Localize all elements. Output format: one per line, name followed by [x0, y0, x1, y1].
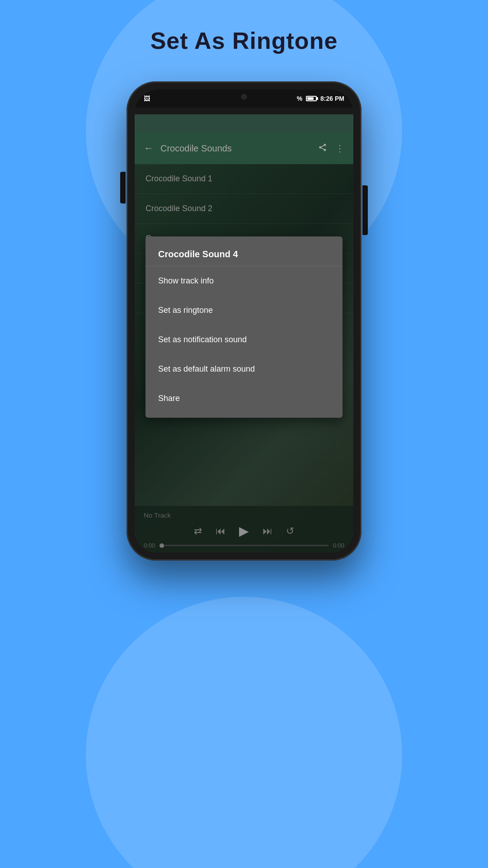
context-show-track-info[interactable]: Show track info — [145, 266, 343, 296]
battery-icon — [306, 96, 317, 101]
status-time: 8:26 PM — [320, 95, 344, 102]
context-set-ringtone[interactable]: Set as ringtone — [145, 296, 343, 325]
app-bar-title: Crocodile Sounds — [160, 143, 311, 154]
battery-body — [306, 96, 317, 101]
app-bar: ← Crocodile Sounds ⋮ — [135, 132, 353, 164]
share-icon[interactable] — [318, 143, 327, 154]
phone-outer: 🖼 % 8:26 PM ← Crocodi — [127, 81, 361, 561]
context-menu-title: Crocodile Sound 4 — [145, 241, 343, 266]
context-set-alarm[interactable]: Set as default alarm sound — [145, 354, 343, 384]
bg-circle-bottom — [86, 597, 402, 868]
more-icon[interactable]: ⋮ — [335, 143, 344, 154]
phone-inner: 🖼 % 8:26 PM ← Crocodi — [135, 90, 353, 552]
context-set-notification[interactable]: Set as notification sound — [145, 325, 343, 354]
phone-wrapper: 🖼 % 8:26 PM ← Crocodi — [127, 81, 361, 561]
image-icon: 🖼 — [144, 95, 150, 102]
context-share[interactable]: Share — [145, 384, 343, 413]
status-left: 🖼 — [144, 95, 150, 102]
back-button[interactable]: ← — [144, 142, 154, 154]
battery-percent: % — [297, 95, 302, 102]
phone-screen: 🖼 % 8:26 PM ← Crocodi — [135, 90, 353, 552]
app-bar-icons: ⋮ — [318, 143, 344, 154]
context-menu: Crocodile Sound 4 Show track info Set as… — [145, 236, 343, 418]
battery-fill — [307, 97, 314, 100]
content-area: Crocodile Sound 1 Crocodile Sound 2 C...… — [135, 164, 353, 552]
page-title: Set As Ringtone — [150, 27, 338, 54]
status-bar: 🖼 % 8:26 PM — [135, 90, 353, 108]
status-right: % 8:26 PM — [297, 95, 344, 102]
